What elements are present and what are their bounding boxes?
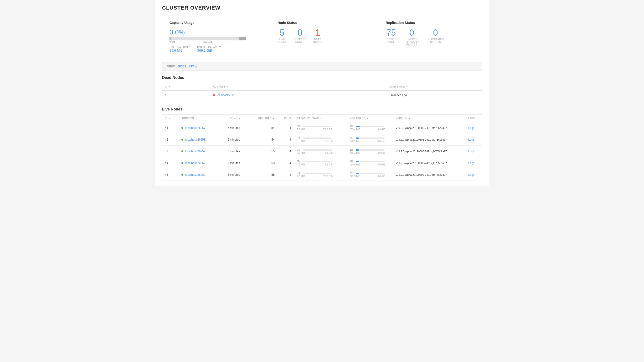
mem-used-label: 199.6 MiB	[350, 163, 360, 166]
mem-total-label: 8.0 GiB	[378, 175, 385, 178]
live-node-cpus: 4	[277, 122, 294, 134]
cap-bar	[303, 173, 332, 174]
live-node-logs[interactable]: Logs	[466, 134, 482, 146]
total-ranges-label: TOTALRANGES	[386, 38, 396, 43]
cap-pct: 0%	[297, 160, 302, 163]
mem-bar	[356, 126, 384, 127]
mem-pct: 2%	[350, 148, 354, 151]
logs-link[interactable]: Logs	[468, 126, 474, 130]
total-ranges: 75 TOTALRANGES	[386, 29, 396, 46]
node-status-title: Node Status	[278, 21, 366, 25]
live-node-address: localhost:26257	[178, 122, 224, 134]
live-node-uptime: 6 minutes	[224, 169, 254, 181]
cap-pct: 0%	[297, 172, 302, 174]
live-node-version: v19.2.0-alpha.20190606-2491-gfe735c9a97	[393, 122, 466, 134]
live-node-mem: 2% 199.6 MiB 8.0 GiB	[347, 157, 393, 169]
live-node-address: localhost:26258	[178, 134, 224, 146]
live-nodes-value: 5	[278, 29, 287, 37]
mem-total-label: 8.0 GiB	[378, 163, 385, 166]
live-node-logs[interactable]: Logs	[466, 157, 482, 169]
dead-node-id: n5	[162, 91, 210, 100]
live-node-mem: 2% 225.5 MiB 8.0 GiB	[347, 169, 393, 181]
live-node-logs[interactable]: Logs	[466, 169, 482, 181]
live-node-logs[interactable]: Logs	[466, 122, 482, 134]
mem-pct: 2%	[350, 172, 354, 174]
replication-numbers: 75 TOTALRANGES 0 UNDER-REPLICATEDRANGES …	[386, 29, 474, 46]
logs-link[interactable]: Logs	[468, 138, 474, 141]
view-bar: VIEW: NODE LIST	[162, 62, 482, 71]
live-nodes-label: LIVENODES	[278, 38, 287, 43]
live-node-version: v19.2.0-alpha.20190606-2491-gfe735c9a97	[393, 157, 466, 169]
cap-total-label: 73.8 GiB	[324, 128, 333, 131]
capacity-section: Capacity Usage 0.0% 0 GiB 200 GiB USED C…	[170, 21, 268, 52]
live-node-uptime: 6 minutes	[224, 157, 254, 169]
sort-icon-uptime: ▼	[239, 117, 240, 120]
live-node-link[interactable]: localhost:26262	[185, 161, 205, 165]
live-node-link[interactable]: localhost:26259	[185, 150, 205, 153]
logs-link[interactable]: Logs	[468, 173, 474, 176]
dead-nodes-label: DEADNODES	[313, 38, 322, 43]
dead-nodes-section: Dead Nodes ID ▼ ADDRESS ▼ DEAD SINCE ▼ n…	[162, 76, 482, 100]
cap-total-label: 73.8 GiB	[324, 163, 333, 166]
page-title: CLUSTER OVERVIEW	[162, 5, 482, 11]
live-node-link[interactable]: localhost:26260	[185, 173, 205, 176]
live-nodes-table: ID ▼ ADDRESS ▼ UPTIME ▼ REPLICAS ▼ CPUS …	[162, 114, 482, 181]
overview-panel: Capacity Usage 0.0% 0 GiB 200 GiB USED C…	[162, 16, 482, 57]
live-node-row: n1 localhost:26257 6 minutes 54 4 0% 9.6…	[162, 122, 482, 134]
live-node-replicas: 55	[254, 146, 278, 157]
live-nodes: 5 LIVENODES	[278, 29, 287, 43]
live-col-uptime[interactable]: UPTIME ▼	[224, 114, 254, 122]
live-node-version: v19.2.0-alpha.20190606-2491-gfe735c9a97	[393, 169, 466, 181]
node-status-section: Node Status 5 LIVENODES 0 SUSPECTNODES 1…	[268, 21, 376, 52]
dead-nodes-stat: 1 DEADNODES	[313, 29, 322, 43]
mem-bar	[356, 149, 384, 151]
mem-pct: 2%	[350, 137, 354, 139]
dead-node-link[interactable]: localhost:26261	[217, 93, 237, 97]
logs-link[interactable]: Logs	[468, 161, 474, 165]
live-col-mem[interactable]: MEM USAGE ▼	[347, 114, 393, 122]
live-col-replicas[interactable]: REPLICAS ▼	[254, 114, 278, 122]
live-node-id: n6	[162, 169, 178, 181]
logs-link[interactable]: Logs	[468, 150, 474, 153]
live-dot	[182, 174, 183, 176]
node-status-numbers: 5 LIVENODES 0 SUSPECTNODES 1 DEADNODES	[278, 29, 366, 43]
live-dot	[182, 150, 183, 152]
cap-bar-fill	[303, 149, 304, 151]
view-dropdown[interactable]: NODE LIST	[178, 65, 197, 68]
live-node-link[interactable]: localhost:26258	[185, 138, 205, 141]
cap-used-label: 7.8 MiB	[297, 175, 305, 178]
live-node-cpus: 4	[277, 134, 294, 146]
usable-capacity: USABLE CAPACITY 369.1 GiB	[197, 46, 221, 52]
live-node-row: n4 localhost:26262 6 minutes 53 4 0% 4.6…	[162, 157, 482, 169]
cap-bar-fill	[303, 126, 304, 127]
live-col-id[interactable]: ID ▼	[162, 114, 178, 122]
live-node-address: localhost:26262	[178, 157, 224, 169]
capacity-bar-thumb	[239, 37, 246, 40]
mem-total-label: 8.0 GiB	[378, 140, 385, 142]
dead-col-id[interactable]: ID ▼	[162, 83, 210, 91]
live-node-replicas: 55	[254, 169, 278, 181]
cap-pct: 0%	[297, 137, 302, 139]
used-capacity: USED CAPACITY 35.6 MiB	[170, 46, 190, 52]
live-node-replicas: 54	[254, 122, 278, 134]
cap-used-label: 8.6 MiB	[297, 152, 305, 154]
mem-bar-fill	[356, 137, 359, 139]
live-col-capacity[interactable]: CAPACITY USAGE ▼	[294, 114, 347, 122]
live-col-address[interactable]: ADDRESS ▼	[178, 114, 224, 122]
sort-icon-address-live: ▼	[195, 117, 197, 120]
live-node-address: localhost:26259	[178, 146, 224, 157]
live-node-replicas: 54	[254, 134, 278, 146]
capacity-title: Capacity Usage	[170, 21, 258, 25]
dead-col-since[interactable]: DEAD SINCE ▼	[386, 83, 482, 91]
dead-col-address[interactable]: ADDRESS ▼	[210, 83, 386, 91]
live-col-cpus[interactable]: CPUS	[277, 114, 294, 122]
capacity-bar	[170, 37, 246, 40]
suspect-nodes-label: SUSPECTNODES	[294, 38, 306, 43]
cap-bar-fill	[303, 161, 304, 162]
live-node-id: n4	[162, 157, 178, 169]
live-node-logs[interactable]: Logs	[466, 146, 482, 157]
live-node-link[interactable]: localhost:26257	[185, 126, 205, 130]
cap-bar-fill	[303, 137, 304, 139]
live-node-capacity: 0% 8.6 MiB 73.8 GiB	[294, 146, 347, 157]
live-col-version[interactable]: VERSION ▼	[393, 114, 466, 122]
